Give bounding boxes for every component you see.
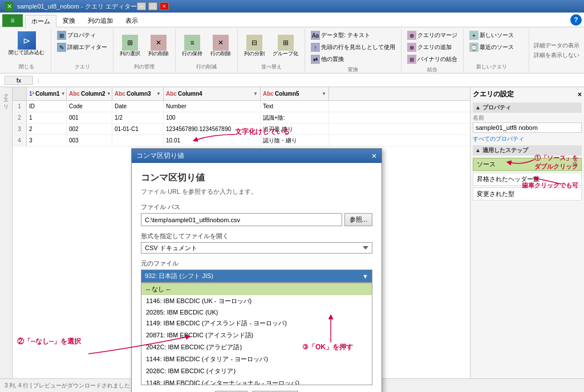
format-label: 形式を指定してファイルを開く <box>141 232 372 240</box>
encoding-option-1[interactable]: 1146: IBM EBCDIC (UK - ヨーロッパ) <box>141 295 372 307</box>
encoding-option-7[interactable]: 2028C: IBM EBCDIC (イタリア) <box>141 365 372 377</box>
gear-annotation: 歯車クリックでも可 <box>522 181 578 190</box>
file-path-label: ファイル パス <box>141 203 372 211</box>
dialog-title: コンマ区切り値 <box>141 172 372 184</box>
file-path-input[interactable] <box>141 213 342 226</box>
format-select[interactable]: CSV ドキュメント <box>141 242 372 254</box>
dialog-titlebar: コンマ区切り値 ✕ <box>132 149 382 163</box>
step3-arrow <box>308 314 354 342</box>
step2-arrow <box>86 325 211 360</box>
encoding-option-none[interactable]: -- なし -- <box>141 283 372 295</box>
step3-annotation: ③「OK」を押す <box>302 342 353 352</box>
dialog-close-btn[interactable]: ✕ <box>371 152 377 160</box>
source-dropdown-arrow: ▼ <box>362 273 368 280</box>
step1-annotation: ①「ソース」を ダブルクリック <box>534 154 578 171</box>
dialog-subtitle: ファイル URL を参照するか入力します。 <box>141 187 372 196</box>
file-path-row: 参照... <box>141 213 372 226</box>
step2-annotation: ②「--なし--」を選択 <box>17 337 81 346</box>
encoding-option-8[interactable]: 1148: IBM EBCDIC (インターナショナル - ヨーロッパ) <box>141 377 372 385</box>
gear-arrow <box>533 173 561 190</box>
browse-btn[interactable]: 参照... <box>344 213 372 226</box>
step1-arrow <box>506 148 540 171</box>
source-file-dropdown-header[interactable]: 932: 日本語 (シフト JIS) ▼ <box>141 270 372 283</box>
source-file-label: 元のファイル <box>141 259 372 268</box>
